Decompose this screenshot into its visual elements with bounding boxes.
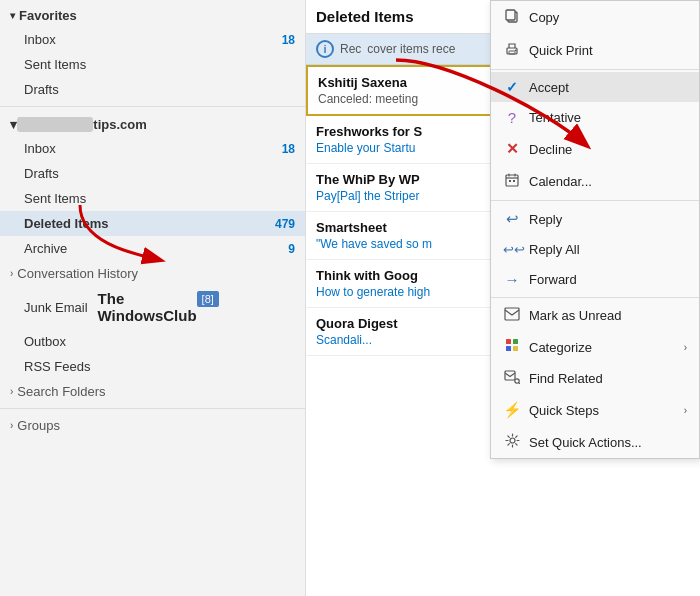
tentative-label: Tentative xyxy=(529,110,581,125)
menu-item-mark-unread[interactable]: Mark as Unread xyxy=(491,300,699,331)
menu-item-find-related[interactable]: Find Related xyxy=(491,363,699,394)
account-inbox-label: Inbox xyxy=(24,141,56,156)
outbox-label: Outbox xyxy=(24,334,66,349)
envelope-icon xyxy=(503,307,521,324)
groups-header[interactable]: › Groups xyxy=(0,413,305,438)
sidebar-item-account-inbox[interactable]: Inbox 18 xyxy=(0,136,305,161)
search-folders-chevron: › xyxy=(10,386,13,397)
gear-icon xyxy=(503,433,521,451)
svg-rect-8 xyxy=(509,180,511,182)
menu-item-copy[interactable]: Copy xyxy=(491,1,699,34)
set-quick-actions-label: Set Quick Actions... xyxy=(529,435,642,450)
printer-icon xyxy=(503,41,521,60)
lightning-icon: ⚡ xyxy=(503,401,521,419)
account-sent-label: Sent Items xyxy=(24,191,86,206)
svg-rect-13 xyxy=(506,346,511,351)
account-domain: tips.com xyxy=(93,117,146,132)
menu-item-accept[interactable]: ✓ Accept xyxy=(491,72,699,102)
svg-rect-9 xyxy=(513,180,515,182)
account-chevron: ▾ xyxy=(10,117,17,132)
decline-label: Decline xyxy=(529,142,572,157)
conversation-history-header[interactable]: › Conversation History xyxy=(0,261,305,286)
account-drafts-label: Drafts xyxy=(24,166,59,181)
sidebar: ▾ Favorites Inbox 18 Sent Items Drafts ▾… xyxy=(0,0,306,596)
account-blurred: xxxxxxxxxx xyxy=(17,117,93,132)
menu-separator-3 xyxy=(491,297,699,298)
favorites-header[interactable]: ▾ Favorites xyxy=(0,0,305,27)
windows-club-line2: WindowsClub xyxy=(98,307,197,324)
reply-label: Reply xyxy=(529,212,562,227)
svg-rect-11 xyxy=(506,339,511,344)
svg-rect-14 xyxy=(513,346,518,351)
search-folders-header[interactable]: › Search Folders xyxy=(0,379,305,404)
grid-icon xyxy=(503,338,521,356)
drafts-label: Drafts xyxy=(24,82,59,97)
groups-chevron: › xyxy=(10,420,13,431)
junk-badge: [8] xyxy=(197,291,219,307)
check-icon: ✓ xyxy=(503,79,521,95)
menu-item-quick-print[interactable]: Quick Print xyxy=(491,34,699,67)
main-area: Deleted Items By Date ▾ ↑ i Rec cover it… xyxy=(306,0,700,596)
windows-club-line1: The xyxy=(98,290,125,307)
info-icon: i xyxy=(316,40,334,58)
junk-email-label: Junk Email xyxy=(24,300,88,315)
search-folders-label: Search Folders xyxy=(17,384,105,399)
sidebar-item-inbox[interactable]: Inbox 18 xyxy=(0,27,305,52)
sidebar-item-drafts[interactable]: Drafts xyxy=(0,77,305,102)
deleted-items-badge: 479 xyxy=(275,217,295,231)
info-text: Rec xyxy=(340,42,361,56)
calendar-label: Calendar... xyxy=(529,174,592,189)
menu-item-decline[interactable]: ✕ Decline xyxy=(491,133,699,165)
menu-item-tentative[interactable]: ? Tentative xyxy=(491,102,699,133)
account-header[interactable]: ▾ xxxxxxxxxx tips.com xyxy=(0,111,305,136)
svg-rect-3 xyxy=(506,10,515,20)
reply-all-icon: ↩↩ xyxy=(503,242,521,257)
favorites-chevron: ▾ xyxy=(10,10,15,21)
deleted-items-label: Deleted Items xyxy=(24,216,109,231)
forward-icon: → xyxy=(503,271,521,288)
archive-badge: 9 xyxy=(288,242,295,256)
sidebar-item-deleted[interactable]: Deleted Items 479 xyxy=(0,211,305,236)
menu-item-calendar[interactable]: Calendar... xyxy=(491,165,699,198)
accept-label: Accept xyxy=(529,80,569,95)
categorize-submenu-arrow: › xyxy=(684,342,687,353)
info-text-full: cover items rece xyxy=(367,42,455,56)
sidebar-item-junk[interactable]: Junk Email The WindowsClub [8] xyxy=(0,286,305,329)
quick-steps-label: Quick Steps xyxy=(529,403,599,418)
sidebar-item-account-sent[interactable]: Sent Items xyxy=(0,186,305,211)
menu-item-quick-steps[interactable]: ⚡ Quick Steps › xyxy=(491,394,699,426)
svg-rect-15 xyxy=(505,371,515,380)
menu-item-reply-all[interactable]: ↩↩ Reply All xyxy=(491,235,699,264)
copy-icon xyxy=(503,8,521,27)
copy-label: Copy xyxy=(529,10,559,25)
groups-label: Groups xyxy=(17,418,60,433)
x-icon: ✕ xyxy=(503,140,521,158)
conv-history-label: Conversation History xyxy=(17,266,138,281)
sent-label: Sent Items xyxy=(24,57,86,72)
menu-separator-2 xyxy=(491,200,699,201)
svg-rect-6 xyxy=(515,50,517,52)
calendar-icon xyxy=(503,172,521,191)
quick-steps-submenu-arrow: › xyxy=(684,405,687,416)
menu-item-categorize[interactable]: Categorize › xyxy=(491,331,699,363)
sidebar-item-archive[interactable]: Archive 9 xyxy=(0,236,305,261)
folder-title: Deleted Items xyxy=(316,8,414,25)
find-related-label: Find Related xyxy=(529,371,603,386)
menu-item-set-quick-actions[interactable]: Set Quick Actions... xyxy=(491,426,699,458)
divider-2 xyxy=(0,408,305,409)
menu-item-reply[interactable]: ↩ Reply xyxy=(491,203,699,235)
sidebar-item-outbox[interactable]: Outbox xyxy=(0,329,305,354)
inbox-label: Inbox xyxy=(24,32,56,47)
menu-item-forward[interactable]: → Forward xyxy=(491,264,699,295)
svg-point-16 xyxy=(515,379,519,383)
sidebar-item-sent[interactable]: Sent Items xyxy=(0,52,305,77)
sidebar-item-account-drafts[interactable]: Drafts xyxy=(0,161,305,186)
svg-point-17 xyxy=(510,438,515,443)
account-inbox-badge: 18 xyxy=(282,142,295,156)
archive-label: Archive xyxy=(24,241,67,256)
forward-label: Forward xyxy=(529,272,577,287)
quick-print-label: Quick Print xyxy=(529,43,593,58)
reply-all-label: Reply All xyxy=(529,242,580,257)
sidebar-item-rss[interactable]: RSS Feeds xyxy=(0,354,305,379)
svg-rect-10 xyxy=(505,308,519,320)
